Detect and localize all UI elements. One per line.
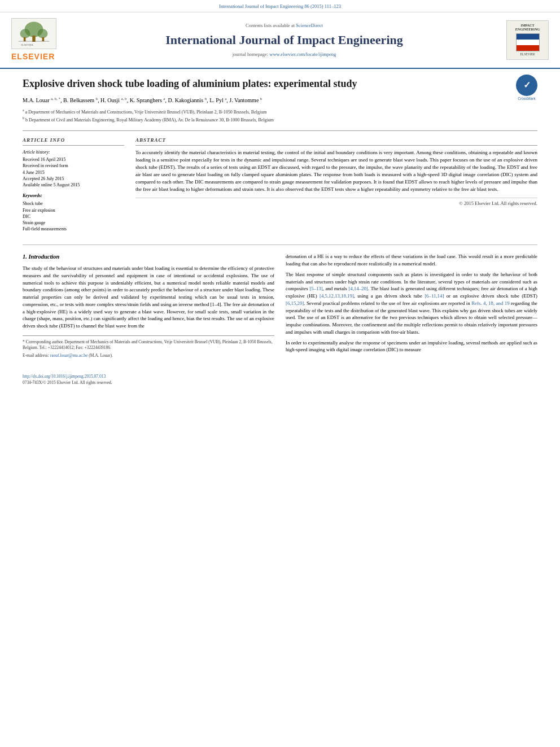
journal-name: International Journal of Impact Engineer… <box>62 32 506 49</box>
affiliation-b: b b Department of Civil and Materials En… <box>23 116 537 124</box>
elsevier-tree-logo: ELSEVIER <box>11 18 56 49</box>
revised-date: Received in revised form4 June 2015 <box>23 163 124 175</box>
article-info-heading: Article info <box>23 137 124 146</box>
elsevier-logo: ELSEVIER ELSEVIER <box>11 18 62 63</box>
section-divider-1 <box>23 130 537 131</box>
received-date: Received 16 April 2015 <box>23 156 124 163</box>
sciencedirect-link[interactable]: ScienceDirect <box>296 23 323 28</box>
ref-gas[interactable]: [6–11,14] <box>425 293 444 299</box>
body-left-column: 1. Introduction The study of the behavio… <box>23 253 274 360</box>
keyword-3: DIC <box>23 213 124 220</box>
ref-4-18-19[interactable]: Refs. 4, 18, and 19 <box>471 300 509 306</box>
contents-line: Contents lists available at ScienceDirec… <box>62 23 506 29</box>
doi-link[interactable]: http://dx.doi.org/10.1016/j.ijimpeng.201… <box>23 374 106 379</box>
authors-line: M.A. Louar a, b, *, B. Belkassem b, H. O… <box>23 97 537 104</box>
keywords-block: Keywords: Shock tube Free air explosion … <box>23 193 124 232</box>
abstract-column: Abstract To accurately identify the mate… <box>135 137 537 237</box>
keyword-1: Shock tube <box>23 200 124 207</box>
crossmark-icon: ✓ <box>516 75 537 96</box>
ref-5-13[interactable]: [5–13] <box>309 286 322 291</box>
bottom-bar: http://dx.doi.org/10.1016/j.ijimpeng.201… <box>0 372 560 388</box>
affiliation-a: a a Department of Mechanics of Materials… <box>23 108 537 116</box>
abstract-text: To accurately identify the material char… <box>135 149 537 193</box>
issn-line: 0734-743X/© 2015 Elsevier Ltd. All right… <box>23 380 112 385</box>
impact-flag-icon <box>516 33 540 51</box>
article-title: Explosive driven shock tube loading of a… <box>23 77 537 90</box>
body-content: 1. Introduction The study of the behavio… <box>23 253 537 360</box>
article-info-column: Article info Article history: Received 1… <box>23 137 124 237</box>
svg-text:✓: ✓ <box>523 80 531 90</box>
journal-title-center: Contents lists available at ScienceDirec… <box>62 23 506 58</box>
svg-rect-2 <box>32 36 35 42</box>
journal-header: ELSEVIER ELSEVIER Contents lists availab… <box>0 12 560 69</box>
ref-he[interactable]: [4,5,12,13,18,19] <box>320 293 354 299</box>
svg-rect-5 <box>24 37 26 41</box>
keyword-4: Strain gauge <box>23 220 124 226</box>
svg-rect-6 <box>42 37 45 41</box>
journal-homepage: journal homepage: www.elsevier.com/locat… <box>62 51 506 58</box>
keyword-2: Free air explosion <box>23 207 124 213</box>
ref-4-14-20[interactable]: [4,14–20] <box>348 286 368 291</box>
body-divider <box>23 244 537 245</box>
svg-point-4 <box>37 29 47 38</box>
accepted-date: Accepted 26 July 2015 <box>23 176 124 182</box>
history-label: Article history: <box>23 149 124 155</box>
article-info-abstract-section: Article info Article history: Received 1… <box>23 137 537 237</box>
abstract-heading: Abstract <box>135 137 537 146</box>
impact-engineering-logo: IMPACTENGINEERING ELSEVIER <box>506 20 549 60</box>
footnote-star: * Corresponding author. Department of Me… <box>23 339 274 351</box>
footnotes-section: * Corresponding author. Department of Me… <box>23 335 274 359</box>
journal-citation: International Journal of Impact Engineer… <box>219 3 341 9</box>
footnote-email: E-mail address: raouf.louar@ma.ac.be (M.… <box>23 353 274 359</box>
body-right-column: detonation of a HE is a way to reduce th… <box>286 253 537 360</box>
ref-edst[interactable]: [6,15,20] <box>286 300 304 306</box>
svg-point-3 <box>20 29 30 38</box>
keyword-5: Full-field measurements <box>23 226 124 232</box>
introduction-heading: 1. Introduction <box>23 253 274 261</box>
keywords-heading: Keywords: <box>23 193 124 199</box>
copyright-line: © 2015 Elsevier Ltd. All rights reserved… <box>135 198 537 207</box>
crossmark-badge[interactable]: ✓ CrossMark <box>516 75 537 101</box>
article-history-block: Article history: Received 16 April 2015 … <box>23 149 124 188</box>
main-content: ✓ CrossMark Explosive driven shock tube … <box>0 69 560 372</box>
intro-para-4: In order to experimentally analyse the r… <box>286 339 537 354</box>
charges-word: charges <box>335 329 350 335</box>
elsevier-brand-text: ELSEVIER <box>11 51 62 63</box>
intro-para-1: The study of the behaviour of structures… <box>23 265 274 330</box>
intro-para-2: detonation of a HE is a way to reduce th… <box>286 253 537 268</box>
homepage-link[interactable]: www.elsevier.com/locate/ijimpeng <box>269 51 336 57</box>
intro-para-3: The blast response of simple structural … <box>286 271 537 336</box>
online-date: Available online 5 August 2015 <box>23 182 124 188</box>
affiliations: a a Department of Mechanics of Materials… <box>23 108 537 123</box>
email-link[interactable]: raouf.louar@ma.ac.be <box>50 353 89 358</box>
top-bar: International Journal of Impact Engineer… <box>0 0 560 12</box>
svg-text:ELSEVIER: ELSEVIER <box>21 44 33 47</box>
